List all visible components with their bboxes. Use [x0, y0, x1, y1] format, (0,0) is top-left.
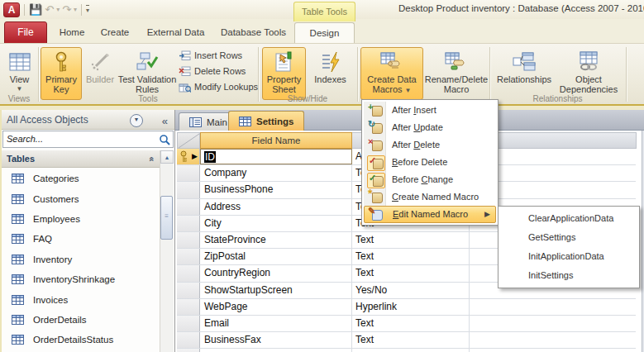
- table-icon: [12, 315, 24, 325]
- tab-home[interactable]: Home: [52, 22, 92, 43]
- sidebar-scrollbar[interactable]: ▲ ≡: [160, 150, 174, 352]
- field-name-cell[interactable]: Build: [200, 349, 352, 352]
- field-name-cell[interactable]: WebPage: [200, 299, 352, 315]
- create-data-macros-icon: [380, 50, 403, 74]
- field-name-cell[interactable]: Email: [200, 316, 352, 331]
- row-selector[interactable]: [177, 182, 200, 197]
- data-type-cell[interactable]: Yes/No: [352, 283, 470, 298]
- menu-item-after-delete[interactable]: × After Delete: [364, 136, 496, 154]
- menu-item-after-update[interactable]: ↻ After Update: [364, 119, 496, 136]
- primary-key-button[interactable]: Primary Key: [41, 47, 82, 100]
- undo-icon[interactable]: ↶: [45, 3, 54, 17]
- current-row-arrow-icon: ▶: [192, 152, 198, 160]
- object-dependencies-icon: [577, 50, 600, 74]
- menu-item-after-insert[interactable]: + After Insert: [364, 102, 496, 119]
- tab-create[interactable]: Create: [94, 22, 136, 43]
- submenu-item-initsettings[interactable]: InitSettings: [499, 266, 639, 285]
- relationships-button[interactable]: Relationships: [495, 47, 553, 100]
- row-selector[interactable]: [177, 232, 200, 248]
- sidebar-item-employees[interactable]: Employees: [2, 209, 160, 229]
- collapse-chevron-icon[interactable]: «: [142, 156, 160, 161]
- rename-delete-macro-button[interactable]: Rename/Delete Macro: [425, 47, 488, 100]
- field-name-header[interactable]: Field Name: [200, 132, 352, 149]
- modify-lookups-button[interactable]: Modify Lookups: [179, 79, 258, 94]
- row-selector[interactable]: [177, 265, 200, 281]
- redo-icon[interactable]: ↷: [62, 3, 71, 17]
- description-cell[interactable]: [470, 316, 636, 331]
- field-name-cell[interactable]: CountryRegion: [200, 265, 352, 281]
- tab-design[interactable]: Design: [294, 22, 355, 44]
- property-sheet-button[interactable]: Property Sheet: [262, 47, 306, 100]
- menu-item-before-change[interactable]: ✓ Before Change: [364, 171, 496, 188]
- field-name-cell[interactable]: StateProvince: [200, 232, 352, 248]
- scroll-up-icon[interactable]: ▲: [160, 150, 174, 164]
- field-name-cell[interactable]: ShowStartupScreen: [200, 283, 352, 298]
- row-selector[interactable]: [177, 332, 200, 348]
- sidebar-item-orderdetailsstatus[interactable]: OrderDetailsStatus: [2, 330, 160, 350]
- navigation-pane-header[interactable]: All Access Objects ▼ «: [2, 110, 174, 130]
- customize-quick-access-icon[interactable]: ▾: [86, 5, 89, 14]
- menu-item-edit-named-macro[interactable]: ✎ Edit Named Macro ▶: [364, 206, 496, 223]
- row-selector[interactable]: [177, 316, 200, 331]
- row-selector[interactable]: [177, 349, 200, 352]
- data-type-cell[interactable]: Text: [352, 316, 470, 331]
- data-type-cell[interactable]: Hyperlink: [352, 299, 470, 315]
- field-name-cell[interactable]: City: [200, 216, 352, 231]
- row-selector[interactable]: ▶: [177, 149, 200, 164]
- grid-select-all-cell[interactable]: [177, 132, 200, 149]
- row-selector[interactable]: [177, 199, 200, 215]
- data-type-cell[interactable]: Text: [352, 265, 470, 281]
- submenu-item-initapplicationdata[interactable]: InitApplicationData: [499, 247, 639, 266]
- sidebar-item-inventory[interactable]: Inventory: [2, 250, 160, 269]
- row-selector[interactable]: [177, 283, 200, 298]
- menu-item-before-delete[interactable]: ✓ Before Delete: [364, 154, 496, 171]
- sidebar-item-faq[interactable]: FAQ: [2, 229, 160, 249]
- sidebar-item-orderdetails[interactable]: OrderDetails: [2, 310, 160, 330]
- sidebar-group-tables[interactable]: Tables «: [2, 150, 160, 168]
- search-input[interactable]: Search...: [2, 131, 174, 148]
- indexes-button[interactable]: Indexes: [308, 47, 353, 100]
- sidebar-item-invoices[interactable]: Invoices: [2, 289, 160, 309]
- shutter-collapse-icon[interactable]: «: [162, 112, 168, 131]
- data-type-cell[interactable]: Text: [352, 349, 470, 352]
- field-name-cell[interactable]: ID: [200, 149, 352, 164]
- sidebar-item-inventoryshrinkage[interactable]: InventoryShrinkage: [2, 269, 160, 289]
- row-selector[interactable]: [177, 165, 200, 181]
- row-selector[interactable]: [177, 249, 200, 264]
- view-button[interactable]: View ▼: [3, 47, 36, 100]
- save-icon[interactable]: 💾: [29, 3, 42, 17]
- navigation-menu-icon[interactable]: ▼: [130, 114, 143, 127]
- field-name-cell[interactable]: Company: [200, 165, 352, 181]
- insert-rows-button[interactable]: Insert Rows: [179, 48, 242, 63]
- submenu-item-getsettings[interactable]: GetSettings: [499, 228, 639, 247]
- menu-item-create-named-macro[interactable]: * Create Named Macro: [364, 188, 496, 206]
- description-cell[interactable]: [470, 299, 636, 315]
- submenu-arrow-icon: ▶: [484, 207, 490, 222]
- test-validation-rules-button[interactable]: Test Validation Rules: [117, 47, 178, 100]
- submenu-item-clearapplicationdata[interactable]: ClearApplicationData: [499, 209, 639, 228]
- group-separator: [357, 47, 359, 102]
- create-data-macros-button[interactable]: Create Data Macros ▼: [360, 47, 423, 100]
- data-type-cell[interactable]: Text: [352, 332, 470, 348]
- description-cell[interactable]: [470, 332, 636, 348]
- field-name-cell[interactable]: Address: [200, 199, 352, 215]
- field-name-cell[interactable]: BusinessFax: [200, 332, 352, 348]
- undo-dropdown-icon[interactable]: ▾: [56, 6, 60, 13]
- delete-rows-button[interactable]: Delete Rows: [179, 64, 246, 78]
- data-type-cell[interactable]: Text: [352, 232, 470, 248]
- tab-external-data[interactable]: External Data: [139, 22, 212, 43]
- doc-tab-settings[interactable]: Settings: [228, 111, 304, 131]
- object-dependencies-button[interactable]: Object Dependencies: [555, 47, 623, 100]
- row-selector[interactable]: [177, 216, 200, 231]
- redo-dropdown-icon[interactable]: ▾: [74, 6, 77, 13]
- sidebar-item-customers[interactable]: Customers: [2, 188, 160, 208]
- scrollbar-thumb[interactable]: ≡: [160, 196, 173, 240]
- field-name-cell[interactable]: ZipPostal: [200, 249, 352, 264]
- tab-file[interactable]: File: [4, 21, 47, 44]
- field-name-cell[interactable]: BusinessPhone: [200, 182, 352, 197]
- row-selector[interactable]: [177, 299, 200, 315]
- data-type-cell[interactable]: Text: [352, 249, 470, 264]
- sidebar-item-categories[interactable]: Categories: [2, 169, 160, 188]
- description-cell[interactable]: [470, 349, 636, 352]
- tab-database-tools[interactable]: Database Tools: [215, 22, 292, 43]
